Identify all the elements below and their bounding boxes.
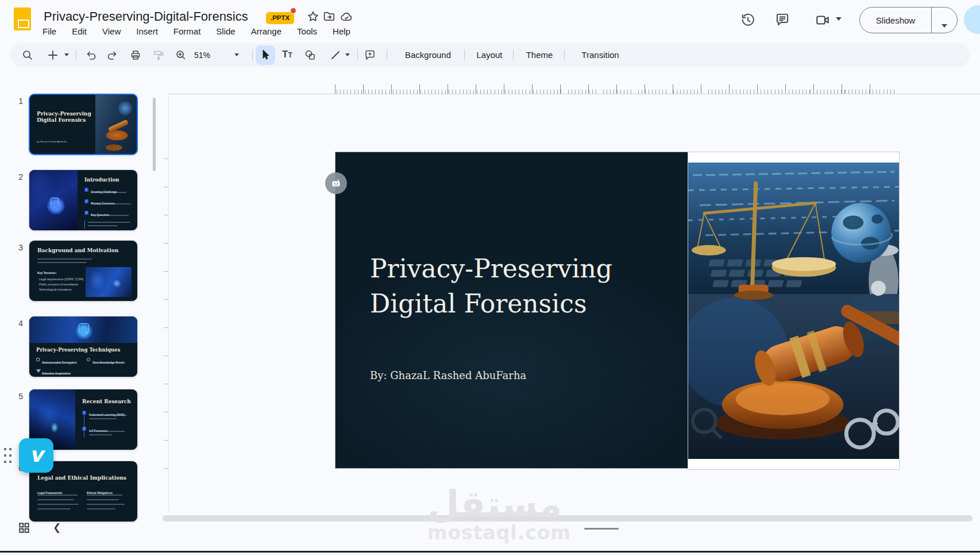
watermark-arabic: مستقل [427,486,554,523]
theme-button[interactable]: Theme [520,43,558,67]
blurred-text-bar [87,508,115,509]
ruler-line [168,94,980,94]
blurred-text-bar [37,258,92,260]
camera-dropdown-caret-icon[interactable] [836,17,842,21]
thumb4-title: Privacy-Preserving Techniques [36,347,120,353]
thumb6-column-header: Legal Frameworks [37,488,78,498]
line-tool-caret-icon[interactable] [345,53,350,56]
document-title[interactable]: Privacy-Preserving-Digital-Forensics [44,9,248,24]
slide-thumbnail-4[interactable]: PRIVACY Privacy-Preserving Techniques Ho… [29,316,138,377]
toolbar-divider [76,49,76,61]
menu-file[interactable]: File [43,26,56,36]
background-button[interactable]: Background [398,43,458,67]
paint-format-icon[interactable] [153,49,164,61]
toolbar-divider [513,49,514,61]
horizontal-scrollbar[interactable] [163,515,973,522]
undo-button[interactable] [85,49,97,61]
window-bottom-edge [0,551,980,553]
menu-slide[interactable]: Slide [216,26,235,36]
drag-handle-icon[interactable] [3,447,12,464]
toolbar-divider [357,49,358,61]
slide-image-frame[interactable] [688,152,900,470]
text-box-tool[interactable]: TT [282,49,292,60]
menu-view[interactable]: View [102,26,121,36]
menu-format[interactable]: Format [173,26,201,36]
slideshow-button[interactable]: Slideshow [860,16,931,25]
slide-title[interactable]: Privacy-Preserving Digital Forensics [370,251,612,321]
zoom-icon[interactable] [175,49,187,61]
slide-number: 5 [13,392,23,401]
thumb1-byline: by GhazaL Rashed AbuFarha [37,136,97,146]
blurred-text-bar [37,504,79,505]
canvas-left-boundary [168,94,169,511]
blurred-text-bar [89,418,117,419]
blurred-text-bar [37,495,78,496]
thumb4-shield-banner-image: PRIVACY [29,316,138,343]
cloud-saved-icon[interactable] [340,10,353,23]
blurred-text-bar [89,415,127,416]
slide-thumbnail-2[interactable]: Introduction 1 Growing Challenge 2 Priva… [29,169,138,231]
blurred-text-bar [91,203,131,204]
star-icon[interactable] [307,10,319,23]
shape-tool[interactable] [304,49,316,61]
slide-number: 4 [13,319,23,328]
zoom-caret-icon[interactable] [234,53,239,56]
funnel-icon [36,369,41,373]
share-button[interactable] [964,5,980,34]
blurred-text-bar [89,434,112,435]
search-menus-icon[interactable] [22,49,33,61]
layout-button[interactable]: Layout [471,43,508,67]
filmstrip-scrollbar[interactable] [153,98,156,171]
toolbar-divider [252,49,253,61]
vimeo-badge[interactable]: v [19,438,53,473]
blurred-text-bar [92,362,122,364]
slide-number: 3 [13,243,23,252]
thumb2-item-number: 2 [84,199,88,203]
line-tool[interactable] [330,49,341,61]
media-robot-icon[interactable] [325,172,347,194]
slide-canvas[interactable]: Privacy-Preserving Digital Forensics By:… [335,152,898,469]
print-button[interactable] [130,49,141,61]
menu-help[interactable]: Help [333,26,350,36]
collapse-filmstrip-button[interactable]: ❮ [53,522,64,534]
menu-edit[interactable]: Edit [72,26,87,36]
new-slide-button[interactable] [47,49,59,61]
thumb3-bullet: · Technological innovations [37,284,92,295]
insert-comment-icon[interactable] [364,49,376,61]
blurred-text-bar [37,499,74,500]
slide-thumbnail-1[interactable]: Privacy-Preserving Digital Forensics by … [29,94,138,155]
blurred-text-bar [89,431,125,432]
move-folder-icon[interactable] [323,10,335,23]
menu-arrange[interactable]: Arrange [251,26,281,36]
comments-icon[interactable] [775,13,790,28]
new-slide-caret-icon[interactable] [64,53,69,56]
blurred-text-bar [37,262,87,263]
notes-resize-handle[interactable] [584,528,619,530]
thumb5-item-number: 1 [82,411,86,415]
slide-title-line1: Privacy-Preserving [370,251,612,286]
version-history-icon[interactable] [740,13,755,28]
slide-thumbnail-3[interactable]: Background and Motivation Key Tensions: … [29,240,138,302]
meet-camera-icon[interactable] [815,13,830,28]
menu-tools[interactable]: Tools [297,26,317,36]
thumb3-title: Background and Motivation [37,248,118,253]
zoom-level-value[interactable]: 51% [194,47,219,63]
watermark-latin: mostaql.com [427,522,554,544]
vertical-ruler [164,152,168,469]
blurred-text-bar [87,495,122,496]
redo-button[interactable] [107,49,118,61]
slideshow-dropdown-button[interactable] [932,13,957,28]
menu-insert[interactable]: Insert [136,26,158,36]
blurred-text-bar [91,215,129,216]
slide-byline[interactable]: By: GhazaL Rashed AbuFarha [370,369,526,381]
grid-view-button[interactable] [18,522,30,534]
select-cursor-tool[interactable] [260,49,271,60]
slides-logo[interactable] [14,7,31,30]
toolbar-divider [387,49,387,61]
menu-bar: File Edit View Insert Format Slide Arran… [43,26,350,36]
thumb6-title: Legal and Ethical Implications [37,475,126,481]
transition-button[interactable]: Transition [571,43,630,67]
lock-icon [36,358,40,361]
file-format-badge: .PPTX [266,12,294,24]
zk-icon [87,358,90,361]
